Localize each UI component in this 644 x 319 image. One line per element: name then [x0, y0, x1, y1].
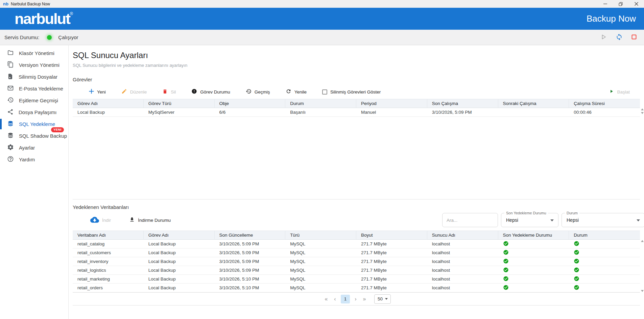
column-header[interactable]: Obje: [215, 99, 286, 108]
scroll-down-icon[interactable]: [641, 290, 644, 292]
edit-task-button[interactable]: Düzenle: [121, 88, 147, 95]
table-row[interactable]: retail_logistics Local Backup 3/10/2026,…: [73, 266, 640, 275]
product-title: Backup Now: [587, 14, 636, 24]
task-object-cell: 6/6: [215, 110, 286, 115]
download-button[interactable]: İndir: [90, 215, 111, 225]
sidebar-item-label: E-Posta Yedekleme: [19, 86, 63, 91]
db-size-cell: 271.7 MByte: [356, 276, 427, 282]
table-row[interactable]: retail_catalog Local Backup 3/10/2026, 5…: [73, 240, 640, 248]
column-header[interactable]: Görev Türü: [144, 99, 215, 108]
registered-mark: ®: [70, 11, 73, 16]
sidebar-item-folder-management[interactable]: Klasör Yönetimi: [0, 47, 68, 59]
show-deleted-tasks-toggle[interactable]: Silinmiş Görevleri Göster: [322, 89, 381, 95]
selection-bar: [0, 48, 2, 58]
sidebar-item-help[interactable]: Yardım: [0, 154, 68, 165]
backup-status-cell: [498, 285, 569, 291]
column-header[interactable]: Sunucu Adı: [427, 231, 498, 239]
column-header[interactable]: Durum: [569, 231, 640, 239]
previous-page-button[interactable]: ‹: [331, 295, 339, 303]
column-header[interactable]: Son Güncelleme: [215, 231, 286, 239]
db-type-cell: MySQL: [285, 285, 356, 290]
column-header[interactable]: Veritabanı Adı: [73, 231, 144, 239]
scroll-down-icon[interactable]: [641, 112, 644, 114]
status-select-value: Hepsi: [562, 213, 644, 227]
tasks-table-scrollbar[interactable]: [640, 108, 644, 199]
service-statusbar: Servis Durumu: Çalışıyor: [0, 30, 644, 45]
status-cell: [569, 276, 640, 283]
current-page-button[interactable]: 1: [341, 295, 350, 303]
new-task-button[interactable]: Yeni: [89, 89, 106, 95]
download-label: İndir: [102, 218, 111, 223]
mail-icon: [7, 85, 14, 92]
delete-task-button[interactable]: Sil: [162, 89, 176, 95]
db-task-cell: Local Backup: [144, 276, 215, 282]
sidebar-item-sync-history[interactable]: Eşitleme Geçmişi: [0, 95, 68, 106]
sidebar-item-label: Silinmiş Dosyalar: [19, 74, 57, 80]
check-circle-icon: [574, 285, 579, 291]
backup-status-cell: [498, 258, 569, 265]
download-status-button[interactable]: İndirme Durumu: [129, 217, 171, 223]
trash-icon: [162, 89, 168, 95]
sidebar-item-version-management[interactable]: Versiyon Yönetimi: [0, 59, 68, 71]
scroll-up-icon[interactable]: [641, 240, 644, 242]
checkbox-icon[interactable]: [322, 89, 327, 95]
next-page-button[interactable]: ›: [351, 295, 360, 303]
sidebar-item-sql-shadow-backup[interactable]: YENI SQL Shadow Backup: [0, 130, 68, 142]
refresh-tasks-button[interactable]: Yenile: [286, 88, 307, 95]
search-input[interactable]: [443, 218, 498, 223]
sidebar-item-settings[interactable]: Ayarlar: [0, 142, 68, 154]
column-header[interactable]: Sonraki Çalışma: [498, 99, 569, 108]
backup-status-select-label: Son Yedekleme Durumu: [504, 211, 548, 215]
column-header[interactable]: Çalışma Süresi: [569, 99, 640, 108]
table-row[interactable]: Local Backup MySqlServer 6/6 Başarılı Ma…: [73, 108, 640, 117]
service-start-button[interactable]: [600, 34, 607, 41]
selection-bar: [0, 107, 2, 117]
page-size-select[interactable]: 50: [374, 294, 391, 304]
first-page-button[interactable]: «: [322, 295, 331, 303]
sidebar-item-email-backup[interactable]: E-Posta Yedekleme: [0, 83, 68, 95]
task-history-button[interactable]: Geçmiş: [246, 88, 270, 95]
column-header[interactable]: Periyod: [356, 99, 427, 108]
minimize-button[interactable]: [597, 0, 613, 8]
close-button[interactable]: [628, 0, 644, 8]
backup-status-select[interactable]: Son Yedekleme Durumu Hepsi: [501, 213, 558, 227]
task-status-button[interactable]: Görev Durumu: [191, 88, 230, 95]
column-header[interactable]: Görev Adı: [144, 231, 215, 239]
column-header[interactable]: Son Çalışma: [427, 99, 498, 108]
folder-icon: [7, 49, 14, 57]
search-field[interactable]: [442, 213, 498, 227]
start-task-button[interactable]: Başlat: [609, 89, 630, 95]
table-row[interactable]: retail_inventory Local Backup 3/10/2026,…: [73, 257, 640, 266]
start-task-label: Başlat: [617, 89, 630, 95]
last-page-button[interactable]: »: [360, 295, 369, 303]
table-row[interactable]: retail_customers Local Backup 3/10/2026,…: [73, 248, 640, 257]
play-icon: [609, 89, 614, 95]
restore-button[interactable]: [613, 0, 628, 8]
column-header[interactable]: Türü: [285, 231, 356, 239]
db-name-cell: retail_logistics: [73, 268, 144, 273]
status-cell: [569, 241, 640, 247]
databases-table-scrollbar[interactable]: [640, 240, 644, 292]
service-stop-button[interactable]: [631, 34, 637, 41]
db-type-cell: MySQL: [285, 259, 356, 264]
sidebar-item-label: Versiyon Yönetimi: [19, 62, 59, 68]
table-row[interactable]: retail_orders Local Backup 3/10/2026, 5:…: [73, 284, 640, 292]
column-header[interactable]: Durum: [285, 99, 356, 108]
table-row[interactable]: retail_marketing Local Backup 3/10/2026,…: [73, 275, 640, 284]
scroll-up-icon[interactable]: [641, 108, 644, 110]
column-header[interactable]: Boyut: [356, 231, 427, 239]
check-circle-icon: [503, 249, 509, 256]
status-select-label: Durum: [565, 211, 579, 215]
main-content: SQL Sunucu Ayarları SQL Sunucu bilgileri…: [69, 45, 644, 319]
sidebar-item-file-sharing[interactable]: Dosya Paylaşımı: [0, 106, 68, 118]
status-select[interactable]: Durum Hepsi: [562, 213, 644, 227]
column-header[interactable]: Son Yedekleme Durumu: [498, 231, 569, 239]
task-lastrun-cell: 3/10/2026, 5:09 PM: [427, 110, 498, 115]
service-restart-button[interactable]: [616, 33, 623, 42]
backup-status-cell: [498, 249, 569, 256]
db-name-cell: retail_catalog: [73, 241, 144, 246]
db-task-cell: Local Backup: [144, 268, 215, 273]
edit-task-label: Düzenle: [130, 89, 147, 95]
sidebar-item-deleted-files[interactable]: Silinmiş Dosyalar: [0, 71, 68, 83]
column-header[interactable]: Görev Adı: [73, 99, 144, 108]
